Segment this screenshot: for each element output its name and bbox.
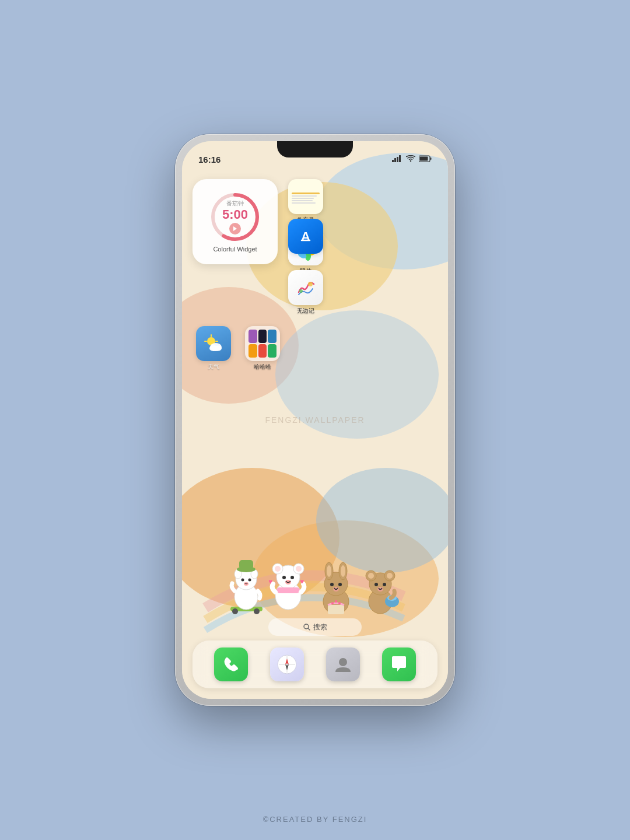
svg-rect-9 (394, 158, 396, 162)
phone-icon (222, 656, 240, 673)
svg-rect-10 (397, 157, 398, 162)
svg-line-87 (308, 628, 310, 630)
folder-label: 哈哈哈 (254, 363, 271, 370)
svg-text:♥: ♥ (300, 578, 304, 586)
folder-grid (245, 326, 280, 361)
svg-rect-46 (239, 560, 253, 569)
svg-point-72 (331, 602, 334, 604)
svg-text:A: A (301, 229, 310, 244)
svg-point-39 (232, 608, 238, 614)
svg-point-73 (335, 600, 337, 603)
svg-point-37 (215, 346, 222, 351)
svg-rect-8 (392, 160, 394, 162)
svg-rect-14 (420, 156, 428, 160)
folder-icon[interactable] (245, 326, 280, 361)
svg-point-95 (339, 658, 347, 666)
characters-row: ♥ ♥ (182, 556, 448, 614)
weather-label: 天气 (208, 363, 219, 370)
svg-point-69 (338, 583, 342, 586)
weather-icon[interactable] (196, 326, 231, 361)
svg-point-54 (275, 566, 281, 572)
phone-screen: FENGZI.WALLPAPER 16:16 (182, 141, 448, 699)
freeform-app-wrap[interactable]: 无边记 (285, 270, 327, 314)
svg-point-47 (242, 579, 244, 582)
weather-app-wrap[interactable]: 天气 (192, 326, 235, 370)
svg-point-28 (308, 282, 313, 286)
svg-point-79 (368, 573, 374, 579)
search-icon (303, 624, 310, 631)
colorful-widget[interactable]: 番茄钟 5:00 Colorful Widget (192, 179, 278, 264)
svg-point-74 (338, 602, 341, 604)
svg-point-67 (341, 565, 345, 577)
dock-messages-icon[interactable] (382, 648, 416, 681)
widget-app-name: 番茄钟 (226, 200, 244, 208)
dock-phone-icon[interactable] (214, 648, 248, 681)
freeform-label: 无边记 (297, 307, 314, 314)
notes-app-wrap[interactable]: 备忘录 (285, 179, 327, 223)
notes-icon[interactable] (288, 179, 323, 214)
status-time: 16:16 (198, 155, 220, 164)
phone-frame: FENGZI.WALLPAPER 16:16 (175, 134, 455, 706)
svg-point-68 (330, 583, 334, 586)
pomodoro-ring: 番茄钟 5:00 (209, 191, 261, 243)
time-display: 5:00 (222, 208, 248, 221)
wifi-icon (406, 155, 415, 164)
freeform-icon[interactable] (288, 270, 323, 305)
dock (192, 640, 438, 688)
notch (277, 141, 353, 158)
svg-text:♥: ♥ (268, 578, 272, 586)
svg-rect-11 (399, 155, 401, 162)
svg-point-81 (374, 583, 378, 586)
svg-point-56 (282, 576, 286, 579)
svg-point-55 (296, 566, 302, 572)
pomodoro-time: 番茄钟 5:00 (222, 200, 248, 235)
svg-point-66 (327, 565, 331, 577)
dock-contacts-icon[interactable] (326, 648, 360, 681)
safari-icon (276, 654, 298, 675)
status-icons (392, 155, 432, 164)
svg-rect-71 (328, 605, 344, 614)
svg-rect-59 (276, 587, 300, 593)
battery-icon (419, 155, 432, 164)
svg-rect-13 (430, 158, 432, 160)
svg-point-48 (249, 579, 251, 582)
contacts-icon (333, 654, 353, 674)
svg-point-92 (286, 664, 288, 666)
signal-icon (392, 155, 402, 164)
dock-safari-icon[interactable] (270, 648, 304, 681)
search-bar[interactable]: 搜索 (268, 618, 362, 636)
svg-point-40 (254, 608, 260, 614)
appstore-icon[interactable]: A (288, 219, 323, 254)
svg-point-80 (387, 573, 393, 579)
svg-point-82 (383, 583, 386, 586)
widget-label: Colorful Widget (213, 246, 257, 253)
footer-text: ©CREATED BY FENGZI (0, 815, 630, 824)
svg-point-29 (299, 289, 303, 293)
svg-point-57 (290, 576, 294, 579)
app-row-3: 天气 哈哈哈 (192, 326, 438, 370)
messages-icon (390, 655, 408, 674)
play-button[interactable] (229, 223, 241, 235)
search-label: 搜索 (313, 622, 327, 632)
folder-app-wrap[interactable]: 哈哈哈 (242, 326, 284, 370)
